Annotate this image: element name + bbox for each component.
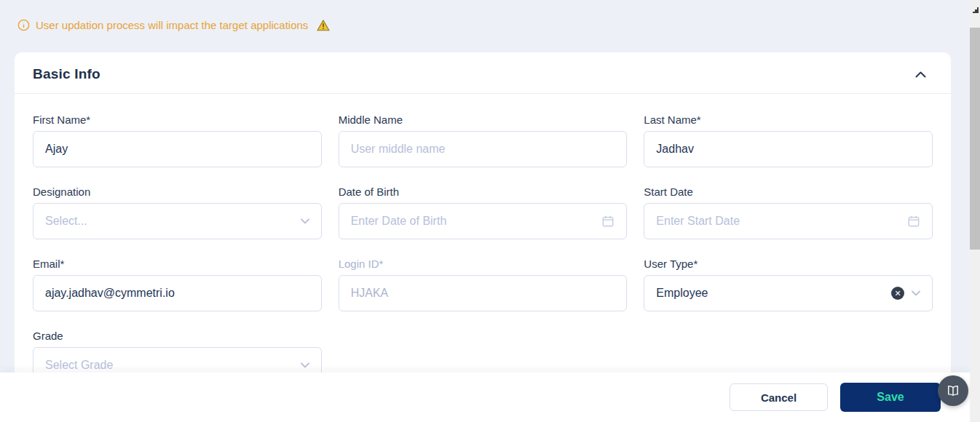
field-last-name: Last Name* — [644, 114, 933, 167]
field-start-date: Start Date Enter Start Date — [644, 186, 933, 239]
field-login-id: Login ID* — [339, 258, 628, 311]
first-name-input[interactable] — [33, 131, 322, 167]
start-date-input[interactable]: Enter Start Date — [644, 203, 933, 239]
email-input[interactable] — [33, 275, 322, 311]
calendar-icon — [907, 215, 920, 228]
designation-label: Designation — [33, 186, 322, 198]
docs-fab-button[interactable] — [938, 375, 968, 406]
user-type-label: User Type* — [644, 258, 933, 270]
login-id-label: Login ID* — [339, 258, 628, 270]
field-date-of-birth: Date of Birth Enter Date of Birth — [339, 186, 628, 239]
field-grade: Grade Select Grade — [33, 330, 322, 373]
middle-name-input[interactable] — [339, 131, 628, 167]
calendar-icon — [601, 215, 615, 228]
designation-select[interactable]: Select... — [33, 203, 322, 239]
grade-placeholder: Select Grade — [45, 359, 113, 372]
scroll-corner-artifact — [973, 3, 979, 16]
cancel-button[interactable]: Cancel — [730, 383, 828, 411]
field-middle-name: Middle Name — [339, 114, 628, 167]
email-label: Email* — [33, 258, 322, 270]
info-circle-icon — [17, 19, 30, 31]
scrollbar-thumb[interactable] — [970, 28, 980, 250]
open-book-icon — [946, 383, 960, 398]
warning-banner-text: User updation process will impact the ta… — [36, 19, 308, 31]
vertical-scrollbar — [970, 0, 980, 422]
collapse-section-button[interactable] — [912, 68, 929, 81]
save-button[interactable]: Save — [840, 383, 941, 412]
basic-info-form: First Name* Middle Name Last Name* Desig… — [15, 94, 951, 373]
chevron-up-icon — [915, 71, 926, 78]
chevron-down-icon — [912, 290, 920, 296]
basic-info-card: Basic Info First Name* Middle Name Last … — [15, 52, 951, 373]
login-id-input — [339, 275, 628, 311]
date-of-birth-input[interactable]: Enter Date of Birth — [339, 203, 628, 239]
chevron-down-icon — [301, 362, 309, 368]
designation-placeholder: Select... — [45, 215, 87, 228]
date-of-birth-label: Date of Birth — [339, 186, 628, 198]
basic-info-header: Basic Info — [15, 52, 951, 94]
start-date-label: Start Date — [644, 186, 933, 198]
start-date-placeholder: Enter Start Date — [656, 215, 740, 228]
grade-label: Grade — [33, 330, 322, 342]
field-user-type: User Type* Employee ✕ — [644, 258, 933, 311]
clear-selection-icon[interactable]: ✕ — [891, 287, 904, 300]
footer-action-bar: Cancel Save — [0, 373, 970, 422]
middle-name-label: Middle Name — [339, 114, 628, 126]
user-type-select[interactable]: Employee ✕ — [644, 275, 933, 311]
last-name-label: Last Name* — [644, 114, 933, 126]
warning-triangle-icon — [317, 20, 330, 31]
first-name-label: First Name* — [33, 114, 322, 126]
section-title: Basic Info — [33, 66, 100, 82]
field-first-name: First Name* — [33, 114, 322, 167]
chevron-down-icon — [301, 218, 309, 224]
date-of-birth-placeholder: Enter Date of Birth — [351, 215, 447, 228]
last-name-input[interactable] — [644, 131, 933, 167]
warning-banner: User updation process will impact the ta… — [17, 19, 330, 31]
field-designation: Designation Select... — [33, 186, 322, 239]
grade-select[interactable]: Select Grade — [33, 347, 322, 373]
field-email: Email* — [33, 258, 322, 311]
user-type-value: Employee — [656, 287, 708, 300]
